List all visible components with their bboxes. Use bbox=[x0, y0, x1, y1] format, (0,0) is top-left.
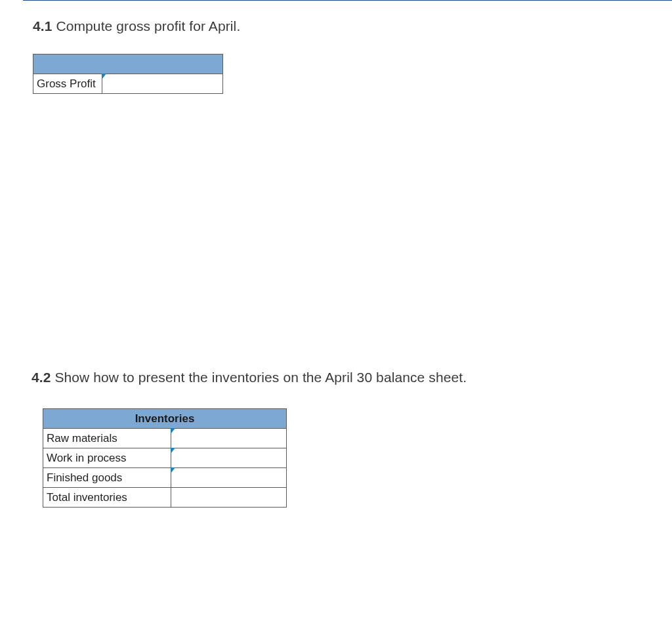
question-number: 4.2 bbox=[32, 370, 51, 385]
raw-materials-label: Raw materials bbox=[43, 429, 171, 448]
total-inventories-label: Total inventories bbox=[43, 488, 171, 508]
table-header-blank bbox=[33, 54, 223, 74]
raw-materials-input[interactable] bbox=[171, 429, 286, 448]
inventories-table: Inventories Raw materials Work in proces… bbox=[43, 408, 287, 508]
inventories-header: Inventories bbox=[43, 409, 287, 429]
question-prompt: Compute gross profit for April. bbox=[56, 18, 240, 33]
total-inventories-input[interactable] bbox=[171, 488, 286, 508]
gross-profit-table: Gross Profit bbox=[33, 54, 223, 94]
gross-profit-label: Gross Profit bbox=[33, 74, 102, 94]
question-number: 4.1 bbox=[33, 18, 52, 33]
work-in-process-label: Work in process bbox=[43, 448, 171, 468]
question-4-2-text: 4.2 Show how to present the inventories … bbox=[32, 370, 639, 385]
work-in-process-input[interactable] bbox=[171, 448, 286, 468]
question-prompt: Show how to present the inventories on t… bbox=[54, 370, 467, 385]
total-inventories-row: Total inventories bbox=[43, 488, 287, 508]
raw-materials-row: Raw materials bbox=[43, 429, 287, 448]
page-divider bbox=[23, 0, 672, 1]
input-flag-icon bbox=[102, 74, 106, 80]
gross-profit-row: Gross Profit bbox=[33, 74, 223, 94]
gross-profit-input[interactable] bbox=[102, 74, 222, 94]
table-header-row bbox=[33, 54, 223, 74]
section-4-1: 4.1 Compute gross profit for April. Gros… bbox=[33, 18, 639, 94]
finished-goods-label: Finished goods bbox=[43, 468, 171, 488]
page-content: 4.1 Compute gross profit for April. Gros… bbox=[0, 0, 672, 508]
finished-goods-input[interactable] bbox=[171, 468, 286, 488]
input-flag-icon bbox=[171, 428, 175, 435]
section-4-2: 4.2 Show how to present the inventories … bbox=[33, 370, 639, 508]
input-flag-icon bbox=[171, 467, 175, 474]
input-flag-icon bbox=[171, 448, 175, 454]
table-header-row: Inventories bbox=[43, 409, 287, 429]
question-4-1-text: 4.1 Compute gross profit for April. bbox=[33, 18, 639, 34]
finished-goods-row: Finished goods bbox=[43, 468, 287, 488]
work-in-process-row: Work in process bbox=[43, 448, 287, 468]
